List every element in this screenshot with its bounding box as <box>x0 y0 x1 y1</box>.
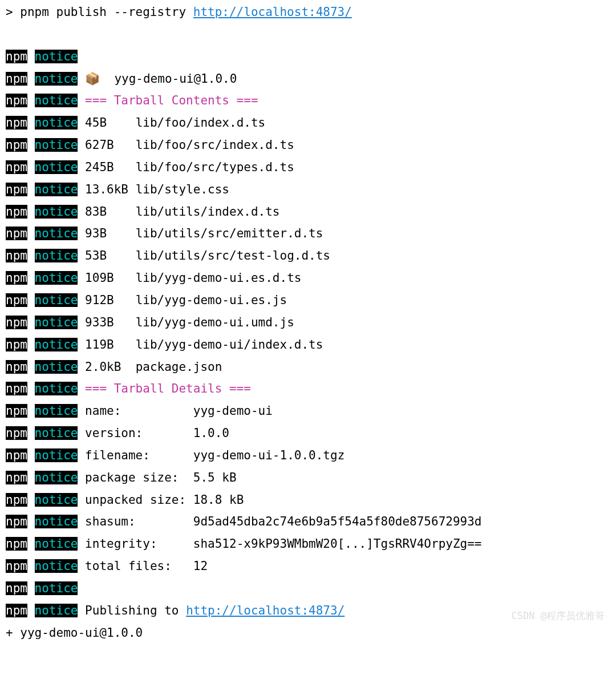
npm-tag: npm <box>6 382 27 395</box>
npm-tag: npm <box>6 271 27 285</box>
notice-tag: notice <box>35 338 78 351</box>
detail-label: unpacked size: <box>85 493 186 507</box>
terminal-output: > pnpm publish --registry http://localho… <box>6 1 610 644</box>
notice-tag: notice <box>35 382 78 395</box>
npm-tag: npm <box>6 293 27 307</box>
npm-tag: npm <box>6 249 27 262</box>
notice-tag: notice <box>35 160 78 174</box>
detail-value: 12 <box>193 559 208 573</box>
box-icon: 📦 <box>85 72 100 86</box>
notice-tag: notice <box>35 493 78 507</box>
file-path: lib/foo/src/index.d.ts <box>136 138 294 152</box>
file-size: 83B <box>85 205 128 219</box>
notice-tag: notice <box>35 537 78 551</box>
blank-line <box>6 23 610 46</box>
publishing-url-link[interactable]: http://localhost:4873/ <box>186 604 345 617</box>
detail-label: integrity: <box>85 537 186 551</box>
file-path: package.json <box>136 360 222 374</box>
notice-line-details-header: npm notice === Tarball Details === <box>6 378 610 400</box>
detail-label: total files: <box>85 559 186 573</box>
npm-tag: npm <box>6 426 27 440</box>
file-size: 119B <box>85 338 128 351</box>
notice-line-file: npm notice 13.6kB lib/style.css <box>6 179 610 201</box>
file-size: 627B <box>85 138 128 152</box>
file-size: 109B <box>85 271 128 285</box>
watermark: CSDN @程序员优雅哥 <box>512 607 605 625</box>
npm-tag: npm <box>6 183 27 196</box>
detail-label: shasum: <box>85 515 186 528</box>
detail-label: name: <box>85 404 186 418</box>
tarball-contents-header: === Tarball Contents === <box>85 94 258 107</box>
notice-line-empty: npm notice <box>6 577 610 600</box>
detail-label: version: <box>85 426 186 440</box>
detail-value: yyg-demo-ui-1.0.0.tgz <box>193 448 345 462</box>
notice-tag: notice <box>35 448 78 462</box>
notice-tag: notice <box>35 50 78 63</box>
npm-tag: npm <box>6 604 27 617</box>
notice-tag: notice <box>35 581 78 595</box>
detail-value: sha512-x9kP93WMbmW20[...]TgsRRV4OrpyZg== <box>193 537 482 551</box>
notice-line-package: npm notice 📦 yyg-demo-ui@1.0.0 <box>6 68 610 90</box>
notice-tag: notice <box>35 471 78 484</box>
notice-line-file: npm notice 627B lib/foo/src/index.d.ts <box>6 134 610 156</box>
prompt-symbol: > <box>6 5 20 19</box>
file-path: lib/yyg-demo-ui/index.d.ts <box>136 338 323 351</box>
file-size: 93B <box>85 227 128 240</box>
npm-tag: npm <box>6 493 27 507</box>
published-package: + yyg-demo-ui@1.0.0 <box>6 626 143 640</box>
notice-line-file: npm notice 53B lib/utils/src/test-log.d.… <box>6 245 610 267</box>
notice-tag: notice <box>35 559 78 573</box>
npm-tag: npm <box>6 360 27 374</box>
npm-tag: npm <box>6 559 27 573</box>
notice-tag: notice <box>35 249 78 262</box>
package-name-version: yyg-demo-ui@1.0.0 <box>100 72 237 86</box>
notice-line-detail: npm notice integrity: sha512-x9kP93WMbmW… <box>6 533 610 555</box>
detail-value: 5.5 kB <box>193 471 237 484</box>
npm-tag: npm <box>6 515 27 528</box>
npm-tag: npm <box>6 72 27 86</box>
file-path: lib/utils/src/emitter.d.ts <box>136 227 323 240</box>
registry-url-link[interactable]: http://localhost:4873/ <box>193 5 352 19</box>
publishing-text: Publishing to <box>85 604 186 617</box>
file-path: lib/utils/src/test-log.d.ts <box>136 249 330 262</box>
notice-tag: notice <box>35 138 78 152</box>
npm-tag: npm <box>6 160 27 174</box>
notice-tag: notice <box>35 183 78 196</box>
notice-tag: notice <box>35 94 78 107</box>
notice-line-file: npm notice 2.0kB package.json <box>6 356 610 378</box>
notice-line-file: npm notice 933B lib/yyg-demo-ui.umd.js <box>6 312 610 334</box>
file-size: 912B <box>85 293 128 307</box>
detail-value: 18.8 kB <box>193 493 244 507</box>
notice-tag: notice <box>35 72 78 86</box>
npm-tag: npm <box>6 116 27 130</box>
file-size: 933B <box>85 316 128 329</box>
final-line: + yyg-demo-ui@1.0.0 <box>6 622 610 644</box>
file-size: 53B <box>85 249 128 262</box>
notice-line-detail: npm notice total files: 12 <box>6 555 610 577</box>
notice-line-contents-header: npm notice === Tarball Contents === <box>6 90 610 112</box>
notice-line-file: npm notice 245B lib/foo/src/types.d.ts <box>6 156 610 179</box>
notice-line-detail: npm notice name: yyg-demo-ui <box>6 400 610 422</box>
notice-tag: notice <box>35 316 78 329</box>
detail-label: package size: <box>85 471 186 484</box>
npm-tag: npm <box>6 50 27 63</box>
file-size: 45B <box>85 116 128 130</box>
notice-tag: notice <box>35 205 78 219</box>
file-path: lib/foo/src/types.d.ts <box>136 160 294 174</box>
notice-line-detail: npm notice shasum: 9d5ad45dba2c74e6b9a5f… <box>6 511 610 533</box>
notice-line-detail: npm notice filename: yyg-demo-ui-1.0.0.t… <box>6 444 610 467</box>
file-path: lib/yyg-demo-ui.es.js <box>136 293 287 307</box>
npm-tag: npm <box>6 448 27 462</box>
file-path: lib/yyg-demo-ui.umd.js <box>136 316 294 329</box>
notice-line-detail: npm notice unpacked size: 18.8 kB <box>6 489 610 511</box>
notice-line-detail: npm notice package size: 5.5 kB <box>6 467 610 489</box>
detail-value: 9d5ad45dba2c74e6b9a5f54a5f80de875672993d <box>193 515 482 528</box>
notice-line-file: npm notice 912B lib/yyg-demo-ui.es.js <box>6 289 610 312</box>
notice-line-file: npm notice 119B lib/yyg-demo-ui/index.d.… <box>6 334 610 356</box>
npm-tag: npm <box>6 581 27 595</box>
command-line: > pnpm publish --registry http://localho… <box>6 1 610 23</box>
npm-tag: npm <box>6 338 27 351</box>
npm-tag: npm <box>6 94 27 107</box>
file-path: lib/foo/index.d.ts <box>136 116 266 130</box>
file-path: lib/utils/index.d.ts <box>136 205 280 219</box>
